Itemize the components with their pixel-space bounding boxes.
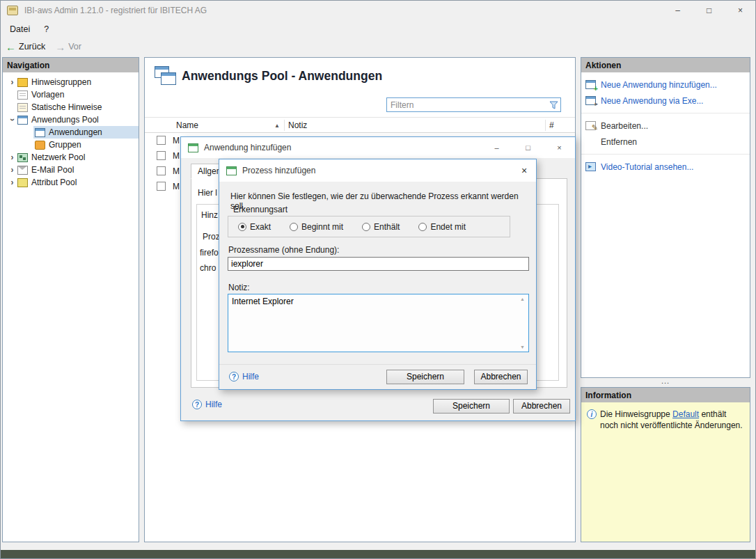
- sidebar-item-label: Anwendungs Pool: [31, 115, 99, 125]
- menu-bar: Datei ?: [0, 21, 756, 38]
- dialog-minimize-button[interactable]: –: [481, 137, 512, 158]
- chevron-right-icon[interactable]: [7, 165, 17, 175]
- dialog-title-bar: Anwendung hinzufügen – □ ×: [181, 137, 575, 158]
- row-checkbox[interactable]: [157, 151, 166, 160]
- hinweisgruppen-icon: [17, 78, 28, 87]
- radio-exakt[interactable]: Exakt: [238, 222, 271, 232]
- save-button[interactable]: Speichern: [433, 399, 510, 414]
- column-separator[interactable]: [284, 120, 285, 131]
- dialog-column-text: Proz: [203, 232, 220, 242]
- help-link[interactable]: Hilfe: [229, 372, 259, 381]
- action-bearbeiten[interactable]: Bearbeiten...: [581, 118, 750, 134]
- chevron-placeholder: [7, 102, 17, 112]
- actions-list: Neue Anwendung hinzufügen... Neue Anwend…: [581, 72, 750, 175]
- radio-label: Beginnt mit: [301, 222, 343, 232]
- chevron-down-icon[interactable]: [7, 115, 17, 125]
- action-video-tutorial[interactable]: Video-Tutorial ansehen...: [581, 159, 750, 175]
- sidebar-item-vorlagen[interactable]: Vorlagen: [3, 88, 139, 101]
- table-header: Name ▲ Notiz #: [145, 117, 575, 133]
- radio-icon: [362, 223, 370, 231]
- back-arrow-icon: ←: [6, 42, 16, 52]
- sidebar-item-statische-hinweise[interactable]: Statische Hinweise: [3, 101, 139, 113]
- action-label: Video-Tutorial ansehen...: [601, 162, 693, 172]
- sidebar-item-anwendungs-pool[interactable]: Anwendungs Pool: [3, 113, 139, 126]
- radio-enthaelt[interactable]: Enthält: [362, 222, 400, 232]
- maximize-button[interactable]: □: [693, 0, 725, 21]
- statische-hinweise-icon: [17, 103, 28, 112]
- title-bar: IBI-aws Admin 1.21.0 - registriert für I…: [0, 0, 756, 21]
- radio-icon: [290, 223, 298, 231]
- process-list-item[interactable]: firefo: [200, 248, 219, 258]
- cancel-button[interactable]: Abbrechen: [513, 399, 570, 414]
- action-entfernen[interactable]: Entfernen: [581, 134, 750, 150]
- information-header: Information: [581, 388, 750, 402]
- sidebar-item-netzwerk-pool[interactable]: Netzwerk Pool: [3, 151, 139, 164]
- sidebar-item-label: Hinweisgruppen: [31, 77, 91, 87]
- row-name: M: [173, 151, 180, 161]
- menu-hilfe[interactable]: ?: [37, 22, 56, 36]
- status-bar: [0, 550, 756, 559]
- default-group-link[interactable]: Default: [672, 409, 699, 419]
- panel-splitter[interactable]: ...: [581, 378, 750, 387]
- chevron-right-icon[interactable]: [7, 77, 17, 87]
- help-icon: [192, 400, 202, 409]
- note-field-wrapper: Internet Explorer: [228, 294, 529, 352]
- anwendungs-pool-icon: [17, 116, 28, 125]
- sidebar-item-email-pool[interactable]: E-Mail Pool: [3, 164, 139, 176]
- dialog-close-button[interactable]: ×: [544, 137, 575, 158]
- save-button[interactable]: Speichern: [386, 370, 464, 384]
- applications-header-icon: [155, 66, 177, 86]
- row-name: M: [173, 166, 180, 176]
- column-separator[interactable]: [545, 120, 546, 131]
- erkennungsart-label: Erkennungsart: [233, 205, 288, 214]
- back-button[interactable]: ← Zurück: [6, 42, 45, 52]
- row-checkbox[interactable]: [157, 182, 166, 191]
- sidebar-item-gruppen[interactable]: Gruppen: [33, 139, 139, 151]
- window-controls: – □ ×: [662, 0, 756, 21]
- action-label: Neue Anwendung via Exe...: [601, 96, 703, 106]
- new-application-icon: [585, 80, 596, 89]
- anwendungen-icon: [35, 128, 45, 137]
- process-name-input[interactable]: [228, 257, 529, 271]
- textarea-scrollbar[interactable]: [517, 294, 528, 352]
- minimize-button[interactable]: –: [662, 0, 693, 21]
- sidebar-item-attribut-pool[interactable]: Attribut Pool: [3, 176, 139, 189]
- close-button[interactable]: ×: [725, 0, 756, 21]
- vorlagen-icon: [17, 90, 28, 100]
- attribut-pool-icon: [17, 178, 28, 187]
- sidebar-item-hinweisgruppen[interactable]: Hinweisgruppen: [3, 76, 139, 88]
- navigation-panel: Navigation Hinweisgruppen Vorlagen Stati…: [2, 57, 139, 542]
- help-label: Hilfe: [242, 372, 259, 381]
- action-neue-anwendung-via-exe[interactable]: Neue Anwendung via Exe...: [581, 93, 750, 109]
- dialog-title: Prozess hinzufügen: [242, 166, 315, 175]
- action-neue-anwendung-hinzufuegen[interactable]: Neue Anwendung hinzufügen...: [581, 77, 750, 93]
- filter-input[interactable]: [387, 100, 546, 110]
- chevron-right-icon[interactable]: [7, 178, 17, 187]
- cancel-button[interactable]: Abbrechen: [474, 370, 528, 384]
- sidebar-item-label: E-Mail Pool: [31, 165, 74, 175]
- forward-button[interactable]: → Vor: [55, 42, 81, 52]
- radio-endet-mit[interactable]: Endet mit: [418, 222, 466, 232]
- dialog-close-button[interactable]: ×: [512, 159, 536, 182]
- chevron-right-icon[interactable]: [7, 152, 17, 162]
- note-textarea[interactable]: Internet Explorer: [228, 294, 517, 352]
- sidebar-item-anwendungen[interactable]: Anwendungen: [33, 126, 139, 139]
- row-name: M: [173, 182, 180, 191]
- actions-divider: [581, 154, 750, 155]
- sidebar-item-label: Netzwerk Pool: [31, 152, 85, 162]
- radio-icon: [418, 223, 427, 231]
- radio-beginnt-mit[interactable]: Beginnt mit: [290, 222, 343, 232]
- row-checkbox[interactable]: [157, 166, 166, 175]
- help-link[interactable]: Hilfe: [192, 400, 222, 409]
- navigation-header: Navigation: [3, 58, 139, 72]
- row-checkbox[interactable]: [157, 136, 166, 145]
- filter-funnel-icon[interactable]: [546, 98, 560, 111]
- new-application-exe-icon: [585, 96, 596, 105]
- menu-datei[interactable]: Datei: [3, 22, 37, 36]
- dialog-maximize-button[interactable]: □: [512, 137, 544, 158]
- radio-selected-icon: [238, 223, 246, 231]
- column-header-name[interactable]: Name: [176, 120, 198, 130]
- process-list-item[interactable]: chro: [200, 263, 216, 273]
- column-header-notiz[interactable]: Notiz: [288, 120, 307, 130]
- column-header-count[interactable]: #: [549, 120, 554, 130]
